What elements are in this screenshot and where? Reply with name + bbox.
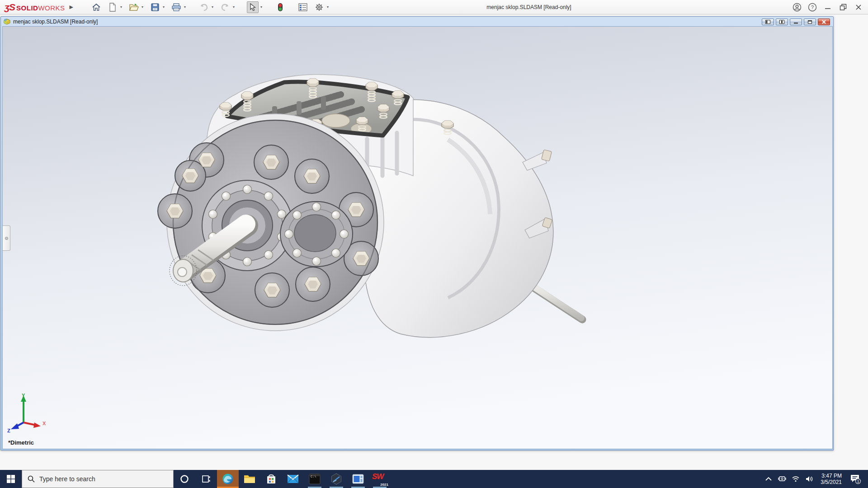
clock-date: 3/5/2021 (821, 479, 842, 485)
print-icon (171, 3, 181, 12)
minimize-button[interactable] (820, 1, 835, 14)
taskbar-app-solidworks[interactable]: SW 2021 (369, 470, 391, 488)
traffic-light-icon (278, 3, 283, 12)
notification-badge: 1 (857, 479, 859, 483)
select-tool-button[interactable] (247, 1, 259, 13)
app-title: menjac sklop.SLDASM [Read-only] (461, 0, 597, 14)
home-icon (92, 3, 101, 12)
mail-icon (287, 474, 299, 483)
triad-x-label: X (42, 421, 46, 426)
doc-close-button[interactable] (818, 19, 830, 25)
tray-expand-button[interactable] (762, 470, 775, 488)
save-icon (151, 3, 160, 12)
hexagon-app-icon (330, 473, 342, 485)
print-button[interactable] (170, 1, 182, 13)
notification-icon: 1 (849, 474, 861, 484)
graphics-area[interactable]: Y X Z *Dimetric (2, 26, 833, 449)
solidworks-icon-letters: SW (372, 472, 383, 481)
meet-now-icon (778, 475, 786, 483)
solidworks-logo-light: WORKS (38, 4, 65, 12)
account-icon (793, 3, 802, 12)
store-icon (266, 474, 277, 484)
help-icon: ? (808, 3, 817, 12)
tray-network[interactable] (789, 470, 802, 488)
options-dropdown[interactable]: ▾ (326, 5, 330, 9)
pane-left-button[interactable] (762, 19, 774, 25)
terminal-icon-text: C:\ (311, 475, 316, 479)
taskbar-app-hexagon[interactable] (326, 470, 347, 488)
save-button[interactable] (149, 1, 161, 13)
taskbar-app-media[interactable] (347, 470, 369, 488)
restore-icon (840, 4, 847, 11)
gearbox-model[interactable] (3, 27, 833, 449)
tray-meet-now[interactable] (775, 470, 789, 488)
media-app-icon (352, 474, 364, 484)
task-view-button[interactable] (195, 470, 217, 488)
tray-volume[interactable] (802, 470, 816, 488)
task-pane-button[interactable] (297, 1, 309, 13)
options-button[interactable] (313, 1, 325, 13)
print-dropdown[interactable]: ▾ (183, 5, 187, 9)
appearance-button[interactable] (274, 1, 286, 13)
taskbar-app-store[interactable] (260, 470, 282, 488)
pane-left-icon (765, 20, 770, 24)
undo-icon (199, 3, 209, 11)
triad-y-label: Y (22, 393, 25, 398)
clock-time: 3:47 PM (821, 473, 842, 479)
edge-icon (222, 473, 234, 485)
properties-list-icon (298, 3, 307, 11)
save-dropdown[interactable]: ▾ (161, 5, 166, 9)
open-dropdown[interactable]: ▾ (140, 5, 145, 9)
open-icon (129, 3, 139, 12)
home-button[interactable] (90, 1, 102, 13)
undo-button[interactable] (198, 1, 210, 13)
doc-minimize-button[interactable] (790, 19, 802, 25)
taskbar-app-edge[interactable] (217, 470, 239, 488)
taskbar-app-file-explorer[interactable] (239, 470, 260, 488)
orientation-triad: Y X Z (6, 393, 56, 434)
select-tool-dropdown[interactable]: ▾ (259, 5, 264, 9)
menu-expand-arrow-icon[interactable]: ▶ (70, 4, 73, 10)
pane-right-button[interactable] (776, 19, 788, 25)
doc-restore-icon (807, 20, 812, 24)
close-button[interactable] (851, 1, 866, 14)
pane-right-icon (779, 20, 784, 24)
action-center-button[interactable]: 1 (846, 470, 864, 488)
triad-z-label: Z (7, 428, 10, 433)
undo-dropdown[interactable]: ▾ (210, 5, 215, 9)
gear-icon (315, 3, 324, 12)
new-document-dropdown[interactable]: ▾ (119, 5, 123, 9)
restore-button[interactable] (835, 1, 851, 14)
account-button[interactable] (789, 1, 805, 14)
task-view-icon (202, 474, 211, 483)
taskbar-clock[interactable]: 3:47 PM 3/5/2021 (816, 473, 846, 485)
redo-dropdown[interactable]: ▾ (231, 5, 236, 9)
view-orientation-label: *Dimetric (8, 439, 34, 446)
solidworks-logo: ʒS SOLID WORKS (5, 2, 65, 13)
start-button[interactable] (0, 470, 22, 488)
app-toolbar: ʒS SOLID WORKS ▶ ▾ ▾ (0, 0, 868, 14)
minimize-icon (825, 4, 831, 10)
redo-button[interactable] (219, 1, 231, 13)
featuremanager-collapsed-tab[interactable] (3, 225, 10, 251)
solidworks-icon-year: 2021 (380, 483, 388, 487)
taskbar-search[interactable] (22, 470, 174, 488)
document-titlebar[interactable]: menjac sklop.SLDASM [Read-only] (2, 17, 832, 26)
doc-minimize-icon (793, 20, 798, 24)
cortana-button[interactable] (174, 470, 195, 488)
terminal-icon: C:\ (309, 474, 321, 484)
new-document-button[interactable] (107, 1, 118, 13)
svg-text:?: ? (811, 5, 814, 10)
windows-taskbar: C:\ SW 2021 (0, 470, 868, 488)
search-input[interactable] (39, 475, 161, 483)
doc-restore-button[interactable] (804, 19, 816, 25)
document-title: menjac sklop.SLDASM [Read-only] (13, 19, 98, 25)
taskbar-app-mail[interactable] (282, 470, 304, 488)
taskbar-app-terminal[interactable]: C:\ (304, 470, 326, 488)
select-cursor-icon (249, 3, 256, 11)
new-document-icon (108, 3, 117, 12)
open-button[interactable] (128, 1, 140, 13)
redo-icon (220, 3, 230, 11)
help-button[interactable]: ? (805, 1, 820, 14)
search-icon (28, 475, 35, 483)
